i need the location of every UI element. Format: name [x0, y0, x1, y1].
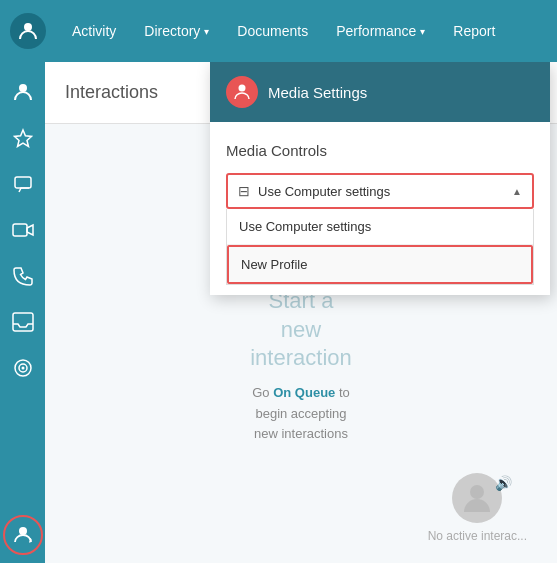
top-navigation: Activity Directory ▾ Documents Performan…: [0, 0, 557, 62]
content-area: Interactions ↗ Start anewinteraction Go …: [45, 62, 557, 563]
sidebar-item-agent[interactable]: [3, 515, 43, 555]
nav-performance[interactable]: Performance ▾: [322, 0, 439, 62]
sidebar-item-favorites[interactable]: [3, 118, 43, 158]
dropdown-selected-label: Use Computer settings: [258, 184, 390, 199]
dropdown-list: Use Computer settings New Profile: [226, 209, 534, 285]
nav-directory[interactable]: Directory ▾: [130, 0, 223, 62]
media-settings-title: Media Settings: [268, 84, 367, 101]
svg-rect-4: [13, 224, 27, 236]
sidebar-item-chat[interactable]: [3, 164, 43, 204]
svg-point-10: [29, 539, 31, 541]
dropdown-option-new-profile[interactable]: New Profile: [227, 245, 533, 284]
media-controls-label: Media Controls: [226, 142, 534, 159]
main-layout: Interactions ↗ Start anewinteraction Go …: [0, 62, 557, 563]
svg-rect-3: [15, 177, 31, 188]
nav-documents[interactable]: Documents: [223, 0, 322, 62]
dropdown-chevron-up-icon: ▲: [512, 186, 522, 197]
svg-point-12: [239, 85, 246, 92]
nav-report[interactable]: Report: [439, 0, 509, 62]
performance-chevron-icon: ▾: [420, 26, 425, 37]
svg-point-8: [21, 367, 24, 370]
svg-point-0: [24, 23, 32, 31]
sidebar-item-target[interactable]: [3, 348, 43, 388]
app-logo[interactable]: [10, 13, 46, 49]
sidebar-item-phone[interactable]: [3, 256, 43, 296]
svg-point-1: [19, 84, 27, 92]
media-settings-header: Media Settings: [210, 62, 550, 122]
media-controls-dropdown[interactable]: ⊟ Use Computer settings ▲: [226, 173, 534, 209]
media-settings-avatar: [226, 76, 258, 108]
dropdown-option-computer-settings[interactable]: Use Computer settings: [227, 209, 533, 245]
sidebar-item-video[interactable]: [3, 210, 43, 250]
svg-point-9: [19, 527, 27, 535]
sidebar-item-inbox[interactable]: [3, 302, 43, 342]
nav-activity[interactable]: Activity: [58, 0, 130, 62]
media-settings-panel: Media Settings Media Controls ⊟ Use Comp…: [210, 62, 550, 295]
modal-overlay: Media Settings Media Controls ⊟ Use Comp…: [45, 62, 557, 563]
media-settings-body: Media Controls ⊟ Use Computer settings ▲…: [210, 122, 550, 295]
filter-icon: ⊟: [238, 183, 250, 199]
sidebar: [0, 62, 45, 563]
sidebar-item-user[interactable]: [3, 72, 43, 112]
svg-marker-2: [14, 130, 31, 147]
svg-rect-5: [13, 313, 33, 331]
directory-chevron-icon: ▾: [204, 26, 209, 37]
